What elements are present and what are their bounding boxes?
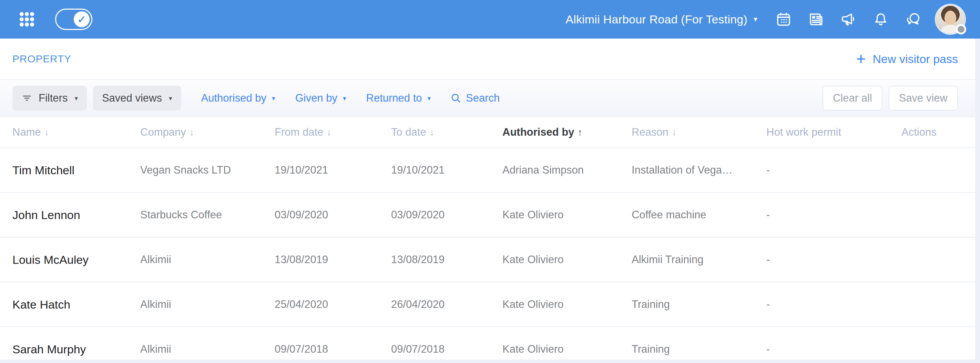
cell-authorised-by: Kate Oliviero xyxy=(503,209,632,221)
cell-company: Alkimii xyxy=(140,298,275,311)
breadcrumb[interactable]: PROPERTY xyxy=(13,53,71,65)
table-row[interactable]: Louis McAuley Alkimii 13/08/2019 13/08/2… xyxy=(0,238,980,282)
page: ✓ Alkimii Harbour Road (For Testing) ▾ xyxy=(0,0,980,363)
user-avatar[interactable] xyxy=(936,5,965,34)
cell-authorised-by: Kate Oliviero xyxy=(503,343,632,355)
column-header-reason[interactable]: Reason ↓ xyxy=(632,126,766,138)
page-header: PROPERTY + New visitor pass xyxy=(0,38,980,80)
chevron-down-icon: ▾ xyxy=(754,15,757,24)
workspace-name: Alkimii Harbour Road (For Testing) xyxy=(565,13,748,26)
cell-hot-work-permit: - xyxy=(766,343,901,355)
column-label: To date xyxy=(391,126,426,138)
horizontal-scrollbar[interactable] xyxy=(0,360,975,363)
column-header-actions: Actions xyxy=(901,126,980,138)
filter-dropdowns: Authorised by ▾ Given by ▾ Returned to ▾ xyxy=(201,92,431,105)
column-header-to-date[interactable]: To date ↓ xyxy=(391,126,503,138)
new-visitor-pass-button[interactable]: + New visitor pass xyxy=(856,51,958,67)
workspace-selector[interactable]: Alkimii Harbour Road (For Testing) ▾ xyxy=(565,13,757,26)
column-header-from-date[interactable]: From date ↓ xyxy=(275,126,391,138)
cell-to-date: 03/09/2020 xyxy=(391,209,503,221)
column-header-authorised-by[interactable]: Authorised by ↑ xyxy=(503,126,632,138)
column-label: Actions xyxy=(901,126,937,138)
cell-from-date: 25/04/2020 xyxy=(275,298,391,311)
check-icon: ✓ xyxy=(77,13,86,25)
sort-down-icon: ↓ xyxy=(672,127,677,138)
calendar-icon[interactable] xyxy=(775,11,792,27)
cell-authorised-by: Kate Oliviero xyxy=(503,254,632,266)
sort-up-icon: ↑ xyxy=(578,127,582,138)
column-label: Authorised by xyxy=(503,126,574,138)
column-label: Company xyxy=(140,126,186,138)
column-header-name[interactable]: Name ↓ xyxy=(13,126,140,138)
cell-authorised-by: Adriana Simpson xyxy=(503,164,632,176)
vertical-scrollbar[interactable] xyxy=(975,38,980,363)
table-header-row: Name ↓ Company ↓ From date ↓ To date ↓ A… xyxy=(0,117,980,148)
search-icon xyxy=(450,92,462,104)
check-toggle-knob: ✓ xyxy=(74,11,89,27)
filter-icon xyxy=(21,93,32,104)
topbar-icon-group xyxy=(775,11,921,27)
chevron-down-icon: ▾ xyxy=(428,94,431,102)
chevron-down-icon: ▾ xyxy=(343,94,346,102)
cell-hot-work-permit: - xyxy=(766,209,901,221)
search-button[interactable]: Search xyxy=(450,92,500,105)
clear-all-button[interactable]: Clear all xyxy=(822,86,883,111)
table-row[interactable]: Sarah Murphy Alkimii 09/07/2018 09/07/20… xyxy=(0,327,980,363)
cell-name: Sarah Murphy xyxy=(13,343,140,356)
chevron-down-icon: ▾ xyxy=(169,94,172,102)
cell-reason: Installation of Vega… xyxy=(632,164,766,176)
cell-name: John Lennon xyxy=(13,208,140,222)
cell-from-date: 13/08/2019 xyxy=(275,254,391,266)
cell-to-date: 13/08/2019 xyxy=(391,254,503,266)
cell-hot-work-permit: - xyxy=(766,298,901,311)
check-toggle[interactable]: ✓ xyxy=(55,9,92,30)
given-by-dropdown-label: Given by xyxy=(295,92,337,105)
cell-from-date: 09/07/2018 xyxy=(275,343,391,355)
chevron-down-icon: ▾ xyxy=(75,94,78,102)
sort-down-icon: ↓ xyxy=(430,127,434,138)
returned-to-dropdown[interactable]: Returned to ▾ xyxy=(366,92,431,105)
bell-icon[interactable] xyxy=(872,11,889,27)
authorised-by-dropdown[interactable]: Authorised by ▾ xyxy=(201,92,275,105)
cell-company: Vegan Snacks LTD xyxy=(140,164,275,176)
megaphone-icon[interactable] xyxy=(840,11,857,27)
saved-views-button[interactable]: Saved views ▾ xyxy=(93,86,181,111)
new-visitor-pass-label: New visitor pass xyxy=(872,52,958,66)
table-row[interactable]: Kate Hatch Alkimii 25/04/2020 26/04/2020… xyxy=(0,282,980,327)
table-row[interactable]: Tim Mitchell Vegan Snacks LTD 19/10/2021… xyxy=(0,148,980,193)
column-label: Hot work permit xyxy=(766,126,841,138)
returned-to-dropdown-label: Returned to xyxy=(366,92,422,105)
column-header-company[interactable]: Company ↓ xyxy=(140,126,275,138)
search-label: Search xyxy=(466,92,500,105)
column-header-hot-work-permit[interactable]: Hot work permit xyxy=(766,126,901,138)
cell-reason: Training xyxy=(632,298,766,311)
cell-to-date: 26/04/2020 xyxy=(391,298,503,311)
cell-reason: Coffee machine xyxy=(632,209,766,221)
cell-name: Louis McAuley xyxy=(13,253,140,266)
news-icon[interactable] xyxy=(808,11,824,27)
cell-reason: Training xyxy=(632,343,766,355)
sort-down-icon: ↓ xyxy=(189,127,194,138)
chat-icon[interactable] xyxy=(905,11,921,27)
cell-reason: Alkimii Training xyxy=(632,254,766,266)
cell-name: Kate Hatch xyxy=(13,298,140,311)
table-row[interactable]: John Lennon Starbucks Coffee 03/09/2020 … xyxy=(0,193,980,238)
authorised-by-dropdown-label: Authorised by xyxy=(201,92,267,105)
cell-company: Starbucks Coffee xyxy=(140,209,275,221)
top-app-bar: ✓ Alkimii Harbour Road (For Testing) ▾ xyxy=(0,0,980,38)
sort-down-icon: ↓ xyxy=(327,127,331,138)
cell-hot-work-permit: - xyxy=(766,254,901,266)
cell-to-date: 19/10/2021 xyxy=(391,164,503,176)
given-by-dropdown[interactable]: Given by ▾ xyxy=(295,92,346,105)
cell-company: Alkimii xyxy=(140,254,275,266)
filters-button[interactable]: Filters ▾ xyxy=(13,86,87,111)
app-grid-icon[interactable] xyxy=(14,6,40,32)
sort-down-icon: ↓ xyxy=(45,127,49,138)
column-label: Reason xyxy=(632,126,668,138)
plus-icon: + xyxy=(856,51,865,67)
save-view-button[interactable]: Save view xyxy=(889,86,958,111)
cell-to-date: 09/07/2018 xyxy=(391,343,503,355)
filters-label: Filters xyxy=(38,92,68,105)
column-label: From date xyxy=(275,126,323,138)
cell-from-date: 03/09/2020 xyxy=(275,209,391,221)
